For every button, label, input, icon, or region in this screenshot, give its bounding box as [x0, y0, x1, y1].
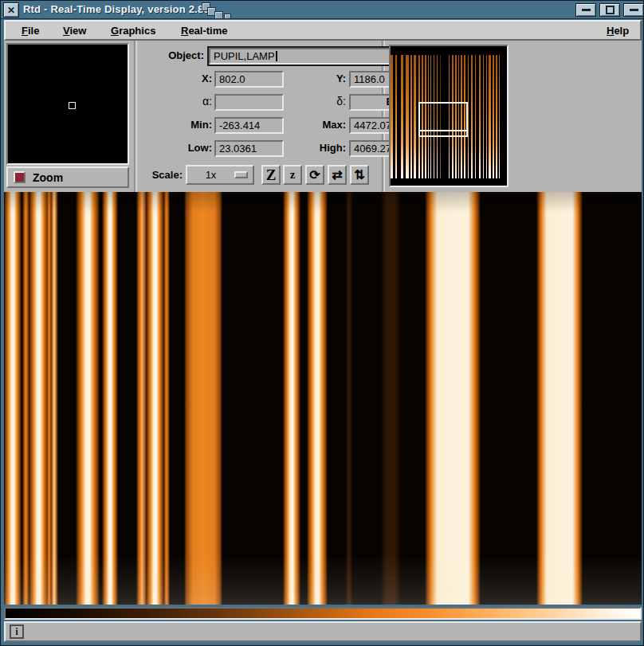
flip-x-button[interactable]: ⇄	[328, 165, 347, 185]
statusbar: i	[4, 621, 642, 642]
spectral-stripe	[4, 192, 22, 605]
shade-icon	[630, 9, 638, 11]
scale-label: Scale:	[136, 169, 183, 181]
pan-stripe	[479, 55, 481, 178]
delta-label: δ:	[264, 95, 346, 108]
pan-view-rectangle[interactable]	[418, 102, 468, 137]
scale-value: 1x	[187, 169, 234, 181]
colorbar	[4, 607, 642, 620]
high-label: High:	[264, 142, 346, 154]
info-button[interactable]: i	[10, 624, 24, 639]
pan-stripe	[489, 55, 491, 178]
pan-view-divider	[420, 130, 466, 131]
pan-display[interactable]	[389, 45, 509, 187]
max-label: Max:	[264, 119, 346, 131]
menu-help[interactable]: Help	[605, 24, 630, 37]
spectral-stripe	[380, 192, 401, 605]
spectral-stripe	[22, 192, 29, 605]
spectral-stripe	[146, 192, 164, 605]
pan-stripe	[493, 55, 494, 178]
spectral-stripe	[425, 192, 481, 605]
zoom-toggle-checkbox[interactable]	[14, 171, 26, 183]
titlebar-decoration	[214, 11, 223, 19]
pan-stripe	[486, 55, 487, 178]
flip-y-button[interactable]: ⇅	[350, 165, 369, 185]
pan-stripe	[401, 55, 403, 178]
window-maximize-button[interactable]	[599, 3, 620, 17]
maximize-icon	[606, 6, 615, 14]
scale-option-menu[interactable]: 1x	[186, 165, 254, 185]
window-title: Rtd - Real-Time Display, version 2.80	[23, 3, 210, 15]
spectral-stripe	[163, 192, 170, 605]
alpha-label: α:	[136, 95, 212, 108]
object-label: Object:	[136, 49, 204, 61]
pan-stripe	[468, 55, 469, 178]
titlebar-decoration	[224, 14, 231, 19]
window-minimize-button[interactable]	[575, 3, 596, 17]
zoom-cursor-marker	[69, 102, 76, 109]
spectral-stripe	[102, 192, 118, 605]
minimize-icon	[582, 9, 591, 11]
zoom-panel: Zoom	[4, 41, 135, 192]
top-panel: Zoom Object: PUPIL,LAMP X: 802.0 Y: 1186…	[4, 41, 642, 192]
pan-stripe	[395, 55, 397, 178]
rotate-icon: ⟳	[309, 167, 320, 182]
zoom-out-button[interactable]: z	[283, 165, 302, 185]
menubar: File View Graphics Real-time Help	[4, 20, 642, 41]
rotate-button[interactable]: ⟳	[305, 165, 324, 185]
flip-x-icon: ⇄	[332, 167, 342, 182]
pan-stripe	[496, 55, 497, 178]
zoom-label: Zoom	[33, 171, 63, 184]
option-menu-indicator-icon	[234, 171, 248, 178]
x-label: X:	[136, 72, 212, 84]
titlebar[interactable]: ✕ Rtd - Real-Time Display, version 2.80	[1, 1, 644, 19]
low-label: Low:	[136, 142, 212, 154]
pan-panel	[387, 41, 512, 192]
spectral-stripe	[184, 192, 222, 605]
zoom-in-icon: Z	[266, 166, 277, 184]
zoom-label-bar: Zoom	[6, 166, 129, 188]
pan-stripe	[406, 55, 409, 178]
pan-stripe	[391, 55, 393, 178]
text-caret	[276, 51, 277, 61]
menu-graphics[interactable]: Graphics	[109, 24, 157, 37]
y-label: Y:	[264, 72, 346, 84]
object-value: PUPIL,LAMP	[214, 50, 275, 62]
zoom-out-icon: z	[290, 168, 296, 182]
spectral-stripe	[283, 192, 300, 605]
main-image-canvas[interactable]	[4, 192, 642, 605]
pan-stripe	[414, 55, 416, 178]
spectral-stripe	[76, 192, 100, 605]
info-icon: i	[15, 625, 18, 638]
rtd-window: ✕ Rtd - Real-Time Display, version 2.80 …	[0, 0, 644, 646]
window-close-button[interactable]: ✕	[3, 2, 19, 18]
flip-y-icon: ⇅	[354, 167, 364, 182]
pan-stripe	[499, 55, 500, 178]
close-icon: ✕	[7, 6, 15, 15]
zoom-display	[6, 43, 129, 165]
menu-view[interactable]: View	[61, 24, 88, 37]
min-label: Min:	[136, 119, 212, 131]
menu-file[interactable]: File	[20, 24, 41, 37]
menu-real-time[interactable]: Real-time	[179, 24, 230, 37]
window-shade-button[interactable]	[623, 3, 644, 17]
spectral-stripe	[136, 192, 147, 605]
pan-stripe	[410, 55, 412, 178]
pan-stripe	[471, 55, 473, 178]
pan-stripe	[483, 55, 484, 178]
spectral-stripe	[345, 192, 353, 605]
zoom-in-button[interactable]: Z	[261, 165, 281, 185]
spectral-stripe	[29, 192, 49, 605]
spectral-stripe	[536, 192, 583, 605]
spectral-stripe	[307, 192, 328, 605]
pan-stripe	[475, 55, 476, 178]
